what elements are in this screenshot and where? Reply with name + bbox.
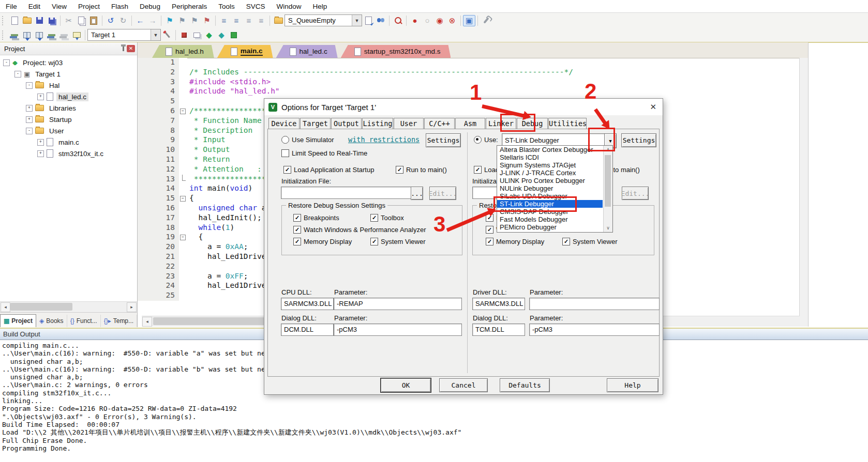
load-app-checkbox-right[interactable]: ✓ [474,166,482,174]
dialog-tab-output[interactable]: Output [331,118,362,129]
watch-windows-checkbox-right[interactable]: ✓ [486,226,493,234]
navigate-back-icon[interactable]: ← [134,14,146,27]
symbol-combo[interactable]: S_QueueEmpty▼ [285,14,362,26]
defaults-button[interactable]: Defaults [500,378,550,392]
dropdown-item-fast-models-debugger[interactable]: Fast Models Debugger [497,215,603,223]
indent-icon[interactable]: ≡ [218,14,230,27]
dcm-param-input[interactable]: -pCM3 [334,324,462,336]
translate-icon[interactable] [8,29,21,41]
tree-item-stm32f10x-it-c[interactable]: +stm32f10x_it.c [0,148,137,159]
find-in-files-icon[interactable] [272,14,285,27]
batch-build-icon[interactable] [46,29,58,41]
scroll-thumb[interactable] [10,303,72,311]
dialog-tab-device[interactable]: Device [268,118,300,129]
edit-button-right[interactable]: Edit... [622,187,649,200]
dialog-tab-user[interactable]: User [394,118,424,129]
paste-icon[interactable] [87,14,100,27]
page-tab-books[interactable]: ◈Books [36,315,67,327]
tree-item-libraries[interactable]: +Libraries [0,102,137,114]
edit-button[interactable]: Edit... [429,187,456,200]
dropdown-item-pemicro-debugger[interactable]: PEMicro Debugger [497,223,603,231]
dialog-tab-asm[interactable]: Asm [455,118,485,129]
fold-collapse-icon[interactable]: − [180,109,186,114]
toolbar-grip[interactable] [2,30,6,40]
menu-peripherals[interactable]: Peripherals [166,1,213,12]
dialog-tab-utilities[interactable]: Utilities [548,118,587,129]
tcm-dll-input[interactable]: TCM.DLL [472,324,525,336]
tree-expander-icon[interactable]: - [26,128,33,134]
limit-speed-checkbox[interactable] [281,149,289,157]
bookmark-toggle-icon[interactable]: ⚑ [163,14,176,27]
dropdown-item-j-link-j-trace-cortex[interactable]: J-LINK / J-TRACE Cortex [497,169,603,177]
page-tab-temp[interactable]: {}▸Temp... [101,315,137,327]
ok-button[interactable]: OK [381,378,431,392]
doc-tab-hal-led-h[interactable]: hal_led.h [152,45,214,58]
toolbox-checkbox[interactable]: ✓ [370,214,378,222]
dialog-tab-target[interactable]: Target [300,118,331,129]
use-simulator-radio[interactable] [281,136,289,144]
tree-expander-icon[interactable]: + [37,139,44,146]
tcm-param-input[interactable]: -pCM3 [529,324,660,336]
scroll-left-icon[interactable]: ◂ [1,302,10,312]
menu-tools[interactable]: Tools [213,1,241,12]
dialog-titlebar[interactable]: V Options for Target 'Target 1' ✕ [264,99,663,115]
tree-expander-icon[interactable]: + [26,105,33,112]
dialog-tab-listing[interactable]: Listing [362,118,393,129]
copy-icon[interactable] [75,14,87,27]
breakpoint-disable-icon[interactable]: ○ [421,14,433,27]
dropdown-item-nulink-debugger[interactable]: NULink Debugger [497,184,603,192]
load-app-checkbox[interactable]: ✓ [283,166,291,174]
tree-item-project-wj03[interactable]: -◆◆Project: wj03 [0,57,137,68]
cpu-param-input[interactable]: -REMAP [334,298,462,310]
cancel-button[interactable]: Cancel [439,378,488,392]
breakpoints-checkbox[interactable]: ✓ [293,214,301,222]
open-file-icon[interactable] [21,14,33,27]
build-icon[interactable] [21,29,33,41]
tree-item-hal[interactable]: -Hal [0,80,137,91]
project-targets-icon[interactable]: ◆ [203,29,215,41]
select-folder-icon[interactable]: ◆ [215,29,228,41]
scroll-thumb[interactable] [605,155,611,207]
close-icon[interactable]: ✕ [127,45,135,52]
driver-dll-input[interactable]: SARMCM3.DLL [472,298,525,310]
outdent-icon[interactable]: ≡ [230,14,243,27]
with-restrictions-link[interactable]: with restrictions [348,135,420,144]
save-all-icon[interactable] [46,14,58,27]
menu-flash[interactable]: Flash [106,1,134,12]
breakpoint-kill-all-icon[interactable]: ⊗ [446,14,458,27]
menu-help[interactable]: Help [307,1,333,12]
tree-expander-icon[interactable]: + [26,116,33,123]
tree-expander-icon[interactable]: - [26,82,33,89]
editor-vscrollbar[interactable] [799,58,808,327]
page-tab-project[interactable]: ▦Project [0,314,36,327]
menu-edit[interactable]: Edit [23,1,46,12]
use-debugger-radio[interactable] [474,136,482,144]
menu-window[interactable]: Window [271,1,307,12]
system-viewer-checkbox[interactable]: ✓ [370,238,378,245]
breakpoint-enable-all-icon[interactable]: ◉ [433,14,446,27]
undo-icon[interactable]: ↺ [104,14,117,27]
init-file-input[interactable] [281,187,411,199]
uncomment-icon[interactable]: ≡ [255,14,267,27]
doc-tab-startup-stm32f10x-md-s[interactable]: startup_stm32f10x_md.s [341,45,451,58]
navigate-forward-icon[interactable]: → [146,14,159,27]
menu-file[interactable]: File [0,1,23,12]
watch-windows-checkbox[interactable]: ✓ [293,226,301,234]
scroll-left-icon[interactable]: ◂ [142,317,152,327]
new-file-icon[interactable] [8,14,21,27]
project-hscrollbar[interactable]: ◂ ▸ [0,301,137,312]
debug-windows-icon[interactable]: ▣ [463,15,475,26]
target-combo[interactable]: Target 1▼ [87,29,161,41]
cpu-dll-input[interactable]: SARMCM3.DLL [281,298,334,310]
tree-item-main-c[interactable]: +main.c [0,136,137,148]
dialog-tab-cc[interactable]: C/C++ [424,118,455,129]
dropdown-item-signum-systems-jtagjet[interactable]: Signum Systems JTAGjet [497,161,603,169]
manage-windows-icon[interactable] [190,29,203,41]
find-icon[interactable] [392,14,404,27]
dcm-dll-input[interactable]: DCM.DLL [281,324,334,336]
pin-icon[interactable] [123,47,124,51]
page-tab-funct[interactable]: {}Funct... [67,315,101,327]
scroll-down-icon[interactable]: ∨ [604,224,612,232]
rebuild-icon[interactable] [33,29,46,41]
symbol-combo-arrow-icon[interactable]: ▼ [352,15,362,26]
